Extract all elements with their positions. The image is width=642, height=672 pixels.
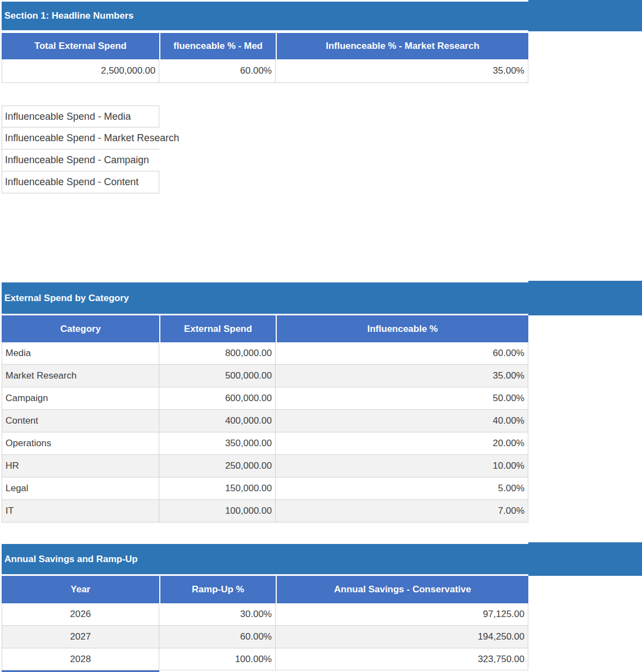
cell-year[interactable]: 2028 [2,648,159,670]
section3-header-row: Year Ramp-Up % Annual Savings - Conserva… [2,576,528,603]
cell-annual-savings[interactable]: 323,750.00 [276,648,528,670]
cell-influenceable-pct[interactable]: 60.00% [276,342,528,365]
cell-external-spend[interactable]: 150,000.00 [159,477,276,500]
table-row: IT 100,000.00 7.00% [2,500,528,523]
cell-annual-savings[interactable]: 97,125.00 [276,603,528,626]
col-header-year[interactable]: Year [2,576,159,603]
table-row: HR 250,000.00 10.00% [2,455,528,477]
col-header-influenceable-pct[interactable]: Influenceable % [276,315,528,342]
table-row: Operations 350,000.00 20.00% [2,432,528,455]
cell-annual-savings[interactable]: 194,250.00 [276,626,528,648]
table-row: 2027 60.00% 194,250.00 [2,626,528,648]
label-text: Influenceable Spend - Market Research [5,132,179,144]
cell-category[interactable]: Content [2,410,159,432]
cell-influenceable-pct[interactable]: 40.00% [276,410,528,432]
table-row: Legal 150,000.00 5.00% [2,477,528,500]
cell-influenceable-pct[interactable]: 7.00% [276,500,528,523]
cell-influenceable-pct-market-research[interactable]: 35.00% [276,59,528,83]
cell-category[interactable]: Media [2,342,159,365]
label-text: Influenceable Spend - Campaign [5,154,149,166]
cell-external-spend[interactable]: 250,000.00 [159,455,276,477]
cell-external-spend[interactable]: 800,000.00 [159,342,276,365]
cell-external-spend[interactable]: 350,000.00 [159,432,276,455]
col-header-annual-savings-conservative[interactable]: Annual Savings - Conservative [276,576,528,603]
table-row: 2028 100.00% 323,750.00 [2,648,528,670]
cell-total-external-spend[interactable]: 2,500,000.00 [2,59,159,83]
section2-title: External Spend by Category [2,293,129,304]
cell-influenceable-pct[interactable]: 35.00% [276,365,528,387]
cell-ramp-up-pct[interactable]: 30.00% [159,603,276,626]
section3-title-bar[interactable]: Annual Savings and Ramp-Up [2,544,642,574]
col-header-category[interactable]: Category [2,315,159,342]
col-header-influenceable-pct-market-research[interactable]: Influenceable % - Market Research [276,33,528,59]
col-header-external-spend[interactable]: External Spend [159,315,276,342]
cell-influenceable-pct[interactable]: 10.00% [276,455,528,477]
cell-ramp-up-pct[interactable]: 60.00% [159,626,276,648]
label-text: Influenceable Spend - Content [5,176,138,188]
cell-influenceable-pct[interactable]: 20.00% [276,432,528,455]
cell-external-spend[interactable]: 100,000.00 [159,500,276,523]
section1-title-bar[interactable]: Section 1: Headline Numbers [2,2,642,30]
cell-category[interactable]: Market Research [2,365,159,387]
cell-influenceable-pct[interactable]: 5.00% [276,477,528,500]
table-row: Media 800,000.00 60.00% [2,342,528,365]
label-influenceable-spend-content[interactable]: Influenceable Spend - Content [2,171,159,193]
label-influenceable-spend-campaign[interactable]: Influenceable Spend - Campaign [2,149,159,171]
cell-category[interactable]: Legal [2,477,159,500]
cell-category[interactable]: HR [2,455,159,477]
table-row: Campaign 600,000.00 50.00% [2,387,528,410]
section1-header-row: Total External Spend fluenceable % - Med… [2,33,528,59]
cell-category[interactable]: Operations [2,432,159,455]
table-row: Market Research 500,000.00 35.00% [2,365,528,387]
cell-external-spend[interactable]: 500,000.00 [159,365,276,387]
section2-title-bar[interactable]: External Spend by Category [2,282,642,314]
cell-category[interactable]: IT [2,500,159,523]
section2-header-row: Category External Spend Influenceable % [2,315,528,342]
cell-category[interactable]: Campaign [2,387,159,410]
section1-value-row: 2,500,000.00 60.00% 35.00% [2,59,528,83]
cell-year[interactable]: 2027 [2,626,159,648]
label-influenceable-spend-media[interactable]: Influenceable Spend - Media [2,105,159,127]
section1-title: Section 1: Headline Numbers [2,10,133,21]
cell-external-spend[interactable]: 400,000.00 [159,410,276,432]
col-header-influenceable-pct-media[interactable]: fluenceable % - Med [159,33,276,59]
table-row: Content 400,000.00 40.00% [2,410,528,432]
label-text: Influenceable Spend - Media [5,111,131,123]
label-influenceable-spend-market-research[interactable]: Influenceable Spend - Market Research [2,127,159,149]
cell-influenceable-pct-media[interactable]: 60.00% [159,59,276,83]
cell-ramp-up-pct[interactable]: 100.00% [159,648,276,670]
col-header-ramp-up-pct[interactable]: Ramp-Up % [159,576,276,603]
section3-title: Annual Savings and Ramp-Up [2,554,138,565]
cell-year[interactable]: 2026 [2,603,159,626]
cell-influenceable-pct[interactable]: 50.00% [276,387,528,410]
col-header-total-external-spend[interactable]: Total External Spend [2,33,159,59]
table-row: 2026 30.00% 97,125.00 [2,603,528,626]
cell-external-spend[interactable]: 600,000.00 [159,387,276,410]
